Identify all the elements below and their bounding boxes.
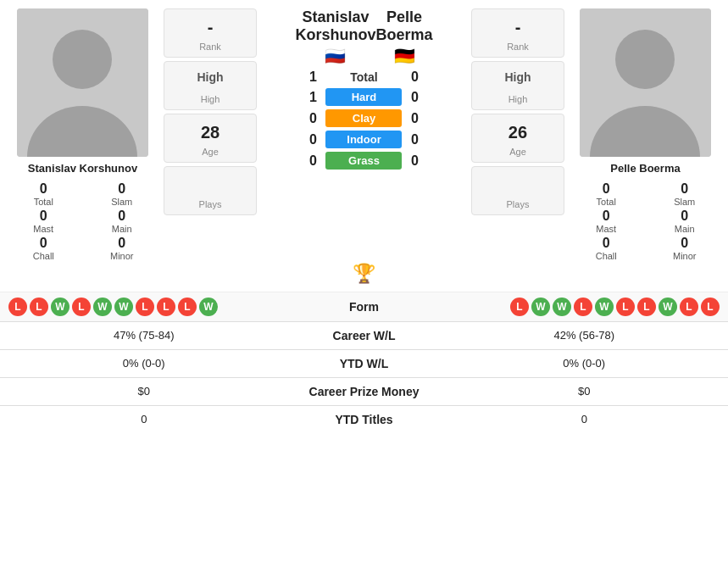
clay-badge: Clay (325, 109, 402, 127)
right-high-box: High High (471, 61, 564, 110)
left-total-label: Total (34, 197, 53, 207)
total-right: 0 (402, 70, 427, 85)
left-mast-label: Mast (33, 224, 53, 234)
main-container: Stanislav Korshunov 0 Total 0 Slam 0 Mas… (0, 0, 728, 433)
form-badge-l: L (637, 298, 656, 316)
form-badge-l: L (30, 298, 48, 316)
right-rank-label: Rank (477, 42, 559, 52)
form-badge-l: L (8, 298, 27, 316)
left-plays-value (169, 175, 251, 196)
hard-right: 0 (402, 90, 427, 105)
center-scores: Stanislav Korshunov 🇷🇺 Pelle Boerma 🇩🇪 1… (295, 8, 432, 173)
left-player-card: Stanislav Korshunov 0 Total 0 Slam 0 Mas… (8, 8, 157, 261)
right-player-card: Pelle Boerma 0 Total 0 Slam 0 Mast (571, 8, 720, 261)
right-plays-box: Plays (471, 166, 564, 215)
left-minor-label: Minor (110, 251, 134, 261)
left-high-label: High (169, 94, 251, 104)
right-rank-box: - Rank (471, 8, 564, 58)
career-prize-row: $0 Career Prize Money $0 (0, 377, 728, 405)
right-slam-label: Slam (674, 197, 695, 207)
right-main-label: Main (675, 224, 695, 234)
left-high-box: High High (164, 61, 257, 110)
grass-left: 0 (300, 153, 325, 169)
left-mast-value: 0 (40, 209, 47, 224)
right-total-value: 0 (603, 181, 610, 197)
left-career-prize: $0 (8, 385, 280, 398)
form-badge-l: L (178, 298, 197, 316)
right-chall-stat: 0 Chall (571, 236, 642, 261)
right-age-box: 26 Age (471, 114, 564, 163)
indoor-badge: Indoor (325, 131, 402, 148)
form-label: Form (349, 300, 379, 314)
right-minor-label: Minor (673, 251, 697, 261)
left-player-area: Stanislav Korshunov 0 Total 0 Slam 0 Mas… (8, 8, 295, 261)
left-middle-box: - Rank High High 28 Age Plays (164, 8, 257, 215)
right-career-prize: $0 (449, 385, 720, 398)
left-ytd-wl: 0% (0-0) (8, 357, 280, 370)
grass-right: 0 (402, 153, 427, 169)
total-left: 1 (300, 70, 325, 85)
left-player-title-area: Stanislav Korshunov 🇷🇺 (295, 8, 375, 66)
right-chall-value: 0 (603, 236, 610, 251)
right-mast-label: Mast (596, 224, 616, 234)
right-high-value: High (477, 70, 559, 91)
form-badge-w: W (553, 298, 571, 316)
ytd-titles-label: YTD Titles (280, 413, 449, 426)
form-badge-w: W (199, 298, 218, 316)
right-player-avatar (580, 8, 711, 157)
svg-point-4 (615, 30, 675, 89)
right-player-area: Pelle Boerma 0 Total 0 Slam 0 Mast (433, 8, 720, 261)
clay-score-row: 0 Clay 0 (300, 109, 427, 127)
left-flag: 🇷🇺 (295, 46, 375, 66)
left-age-label: Age (169, 147, 251, 157)
left-plays-label: Plays (169, 199, 251, 209)
right-form-badges: LWWLWLLWLL (510, 298, 720, 316)
left-player-name: Stanislav Korshunov (28, 162, 137, 176)
left-player-avatar (17, 8, 148, 157)
left-rank-box: - Rank (164, 8, 257, 58)
left-rank-label: Rank (169, 42, 251, 52)
right-rank-value: - (477, 18, 559, 38)
left-form-badges: LLWLWWLLLW (8, 298, 218, 316)
left-ytd-titles: 0 (8, 413, 280, 425)
right-age-value: 26 (477, 123, 559, 143)
left-total-value: 0 (40, 181, 47, 197)
trophy-row: 🏆 (0, 263, 728, 285)
left-main-value: 0 (118, 209, 125, 224)
form-section: LLWLWWLLLW Form LWWLWLLWLL (0, 292, 728, 321)
left-minor-stat: 0 Minor (87, 236, 158, 261)
hard-left: 1 (300, 90, 325, 105)
right-ytd-titles: 0 (449, 413, 720, 425)
ytd-titles-row: 0 YTD Titles 0 (0, 405, 728, 433)
right-flag: 🇩🇪 (375, 46, 432, 66)
right-ytd-wl: 0% (0-0) (449, 357, 720, 370)
left-chall-stat: 0 Chall (8, 236, 79, 261)
right-slam-value: 0 (681, 181, 688, 197)
left-plays-box: Plays (164, 166, 257, 215)
right-plays-label: Plays (477, 199, 559, 209)
right-player-name: Pelle Boerma (610, 162, 680, 176)
form-badge-w: W (531, 298, 550, 316)
career-wl-label: Career W/L (280, 329, 449, 342)
right-slam-stat: 0 Slam (649, 181, 720, 207)
career-wl-row: 47% (75-84) Career W/L 42% (56-78) (0, 321, 728, 349)
left-age-value: 28 (169, 123, 251, 143)
svg-point-1 (53, 30, 112, 89)
left-mast-stat: 0 Mast (8, 209, 79, 234)
trophy-icon: 🏆 (353, 263, 375, 285)
left-chall-value: 0 (40, 236, 47, 251)
form-badge-l: L (680, 298, 698, 316)
form-badge-w: W (595, 298, 614, 316)
right-total-label: Total (597, 197, 616, 207)
players-header: Stanislav Korshunov 0 Total 0 Slam 0 Mas… (0, 0, 728, 261)
right-main-stat: 0 Main (649, 209, 720, 234)
left-slam-value: 0 (118, 181, 125, 197)
right-plays-value (477, 175, 559, 196)
right-main-value: 0 (681, 209, 688, 224)
form-badge-w: W (93, 298, 112, 316)
right-player-title: Pelle Boerma (375, 8, 432, 44)
left-main-label: Main (112, 224, 132, 234)
career-prize-label: Career Prize Money (280, 385, 449, 398)
right-mast-stat: 0 Mast (571, 209, 642, 234)
indoor-score-row: 0 Indoor 0 (300, 131, 427, 148)
